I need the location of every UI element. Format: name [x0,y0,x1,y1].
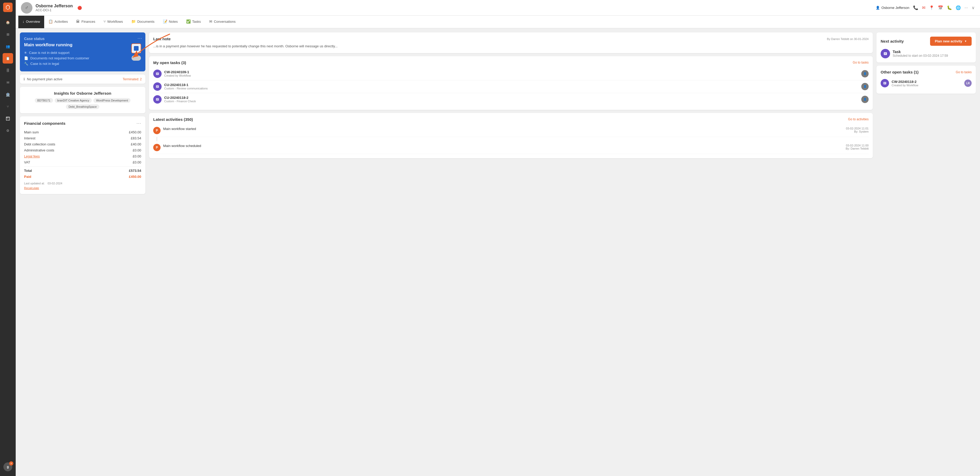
tab-tasks[interactable]: ✅ Tasks [182,16,205,28]
fin-updated-value: 03-02-2024 [48,182,62,185]
task-id-3: CU-20240118-2 [164,96,196,100]
fin-more[interactable]: ··· [137,121,141,126]
case-status-more[interactable]: ··· [138,35,142,41]
go-to-other-tasks-link[interactable]: Go to tasks [956,70,972,74]
sidebar-item-bank[interactable]: 🏦 [3,89,13,100]
tab-overview[interactable]: ↓ Overview [18,16,44,28]
sidebar-item-database[interactable]: 🗄 [3,65,13,76]
calendar-icon[interactable]: 📅 [938,5,943,10]
latest-activities-card: Latest activities (350) Go to activities… [149,113,873,158]
sidebar-item-home[interactable]: 🏠 [3,17,13,27]
activity-by-2: By: Darren Tebbitt [846,147,869,150]
tags-row: BDTBG71 branDIT Creative Agency WordPres… [24,98,141,109]
activity-date-1: 03-02-2024 11:01 [846,127,869,130]
case-info: Osborne Jefferson ACC-DCI-1 [35,4,73,12]
fin-value-main-sum: £450.00 [129,130,141,134]
connector-line [157,137,157,141]
terminated-link[interactable]: Terminated: 2 [123,77,142,81]
case-header: ♂ Osborne Jefferson ACC-DCI-1 🔴 [21,2,82,14]
task-sub-3: Custom - Finance Check [164,100,196,103]
sidebar-item-workflows[interactable]: ⑂ [3,101,13,112]
sidebar-item-dashboard[interactable]: ⊞ [3,29,13,40]
svg-rect-0 [156,72,159,75]
tab-conversations[interactable]: ✉ Conversations [205,16,240,28]
sidebar-item-mail[interactable]: ✉ [3,77,13,88]
toggle-inner [134,46,138,51]
email-icon[interactable]: ✉ [922,5,925,10]
task-info-1: CW-20240109-1 Created by Workflow [164,70,191,77]
user-avatar[interactable]: g 4 [3,462,12,473]
activities-header: Latest activities (350) Go to activities [153,117,869,122]
sidebar-item-team[interactable]: 👨‍👩‍👧 [3,113,13,124]
go-to-activities-link[interactable]: Go to activities [848,118,869,121]
task-avatar-3: 👤 [861,96,869,103]
svg-rect-9 [884,52,887,55]
fin-row-debt-collection: Debt collection costs £40.00 [24,141,141,147]
other-tasks-header: Other open tasks (1) Go to tasks [881,70,972,74]
next-task-icon [881,49,890,58]
sidebar-item-contacts[interactable]: 👥 [3,41,13,51]
tab-documents[interactable]: 📁 Documents [127,16,159,28]
svg-rect-3 [156,85,159,88]
fin-value-interest: £83.54 [131,136,141,140]
fin-label-paid: Paid [24,175,31,178]
location-icon[interactable]: 📍 [929,5,934,10]
fin-label-interest: Interest [24,136,35,140]
edit-icon[interactable]: 🔴 [77,6,82,10]
my-tasks-header: My open tasks (3) Go to tasks [153,60,869,65]
globe-icon[interactable]: 🌐 [956,5,961,10]
tab-finances[interactable]: 🏛 Finances [72,16,99,28]
check-item-3: 🔧 Case is not in legal [24,62,141,66]
tag-1[interactable]: BDTBG71 [35,98,53,103]
fin-label-vat: VAT [24,160,30,164]
tab-notes[interactable]: 📝 Notes [159,16,182,28]
svg-rect-12 [883,82,886,84]
phone-icon[interactable]: 📞 [913,5,918,10]
fin-value-admin: £0.00 [132,148,141,152]
task-id-2: CU-20240118-1 [164,83,208,87]
tag-3[interactable]: WordPress Development [93,98,130,103]
fin-row-legal: Legal fees £0.00 [24,153,141,159]
middle-column: Last note By Darren Tebbitt on 30-01-202… [149,32,873,472]
next-task-item: Task Scheduled to start on 03-02-2024 17… [881,49,972,58]
alert-icon[interactable]: 🐛 [947,5,952,10]
note-text: ...is in a payment plan however he has r… [153,44,869,49]
finances-tab-icon: 🏛 [76,19,80,24]
tab-workflows[interactable]: ⑂ Workflows [99,16,127,28]
toggle-small[interactable] [132,56,141,60]
fin-value-debt-collection: £40.00 [131,142,141,146]
financial-components-card: Financial components ··· Main sum £450.0… [20,116,145,194]
task-sub-1: Created by Workflow [164,74,191,77]
plan-new-activity-button[interactable]: Plan new activity ▼ [930,37,972,46]
app-logo[interactable] [3,3,13,12]
plan-btn-chevron: ▼ [964,40,967,43]
other-tasks-title: Other open tasks (1) [881,70,918,74]
tab-activities[interactable]: 📋 Activities [44,16,72,28]
go-to-tasks-link[interactable]: Go to tasks [853,60,869,64]
other-task-id-1: CW-20240118-2 [892,80,918,84]
check-item-1: ✳ Case is not in debt support [24,51,141,55]
more-icon[interactable]: ··· [964,5,968,10]
task-item-3: CU-20240118-2 Custom - Finance Check 👤 [153,93,869,106]
fin-label-total: Total [24,169,32,173]
sidebar-item-cases[interactable]: 📋 [3,53,13,64]
activity-text-2: Main workflow scheduled [163,144,843,148]
top-bar: ♂ Osborne Jefferson ACC-DCI-1 🔴 👤 Osborn… [16,0,980,16]
tag-4[interactable]: Debt_BreathingSpace [66,104,99,109]
task-item-2: CU-20240118-1 Custom - Review communicat… [153,80,869,93]
activity-dot-2: P [153,144,161,151]
expand-icon[interactable]: ∨ [972,5,975,10]
tag-2[interactable]: branDIT Creative Agency [55,98,92,103]
task-info-2: CU-20240118-1 Custom - Review communicat… [164,83,208,90]
fin-row-interest: Interest £83.54 [24,135,141,141]
sidebar-item-settings[interactable]: ⚙ [3,125,13,136]
recalculate-link[interactable]: Recalculate [24,186,39,189]
next-activity-title: Next activity [881,39,904,43]
toggle-button[interactable] [131,43,141,53]
page-content: ··· Case status Main workflow running ✳ … [16,28,980,476]
activity-dot-1: P [153,127,161,134]
fin-label-admin: Administrative costs [24,148,54,152]
task-info-3: CU-20240118-2 Custom - Finance Check [164,96,196,103]
fin-value-paid: £450.00 [129,175,141,178]
fin-label-legal[interactable]: Legal fees [24,154,40,158]
